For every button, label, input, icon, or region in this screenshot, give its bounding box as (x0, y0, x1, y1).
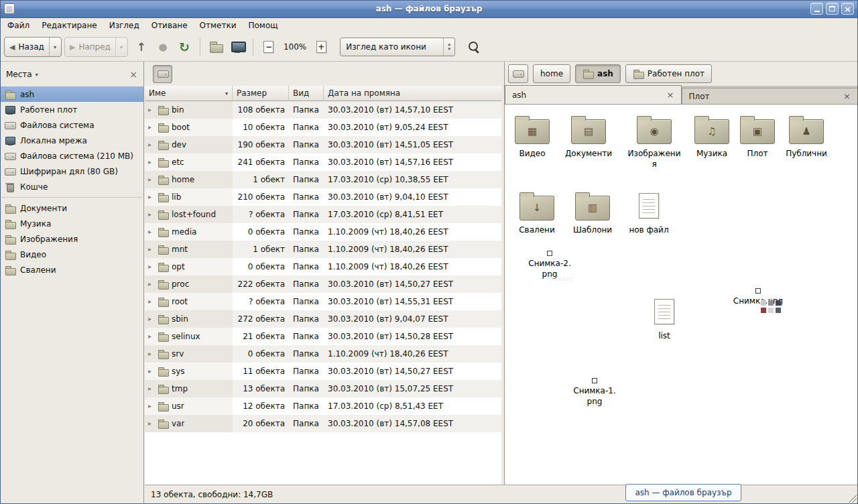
sidebar-item[interactable]: Локална мрежа (0, 133, 143, 148)
up-button[interactable]: ↑ (131, 36, 152, 58)
menu-item[interactable]: Изглед (103, 19, 145, 32)
icon-view-item[interactable]: list (634, 295, 694, 342)
expander-icon[interactable]: ▸ (148, 403, 154, 410)
file-row[interactable]: ▸ selinux 21 обекта Папка 30.03.2010 (вт… (145, 328, 501, 345)
back-button[interactable]: ◀ Назад ▾ (4, 37, 62, 57)
sidebar-item[interactable]: Файлова система (0, 117, 143, 133)
menu-item[interactable]: Отметки (194, 19, 243, 32)
sidebar-item[interactable]: Документи (0, 200, 143, 216)
expander-icon[interactable]: ▸ (148, 298, 154, 305)
file-row[interactable]: ▸ bin 108 обекта Папка 30.03.2010 (вт) 1… (145, 101, 501, 119)
tab-close-icon[interactable]: × (843, 92, 851, 101)
icon-view-item[interactable]: нов файл (619, 189, 679, 236)
file-row[interactable]: ▸ lost+found ? обекта Папка 17.03.2010 (… (145, 206, 501, 223)
file-row[interactable]: ▸ mnt 1 обект Папка 1.10.2009 (чт) 18,40… (145, 241, 501, 258)
file-row[interactable]: ▸ etc 241 обекта Папка 30.03.2010 (вт) 1… (145, 153, 501, 171)
path-button[interactable]: Работен плот (625, 64, 712, 83)
file-row[interactable]: ▸ tmp 13 обекта Папка 30.03.2010 (вт) 15… (145, 380, 501, 397)
sidebar-item[interactable]: Работен плот (0, 102, 143, 117)
column-header-type[interactable]: Вид (289, 86, 324, 101)
expander-icon[interactable]: ▸ (148, 385, 154, 392)
tab[interactable]: ash × (505, 85, 682, 104)
expander-icon[interactable]: ▸ (148, 211, 154, 218)
column-header-name[interactable]: Име ▾ (145, 86, 233, 101)
sidebar-item[interactable]: Музика (0, 216, 143, 231)
close-button[interactable]: × (841, 3, 854, 15)
zoom-out-button[interactable]: − (258, 36, 280, 58)
expander-icon[interactable]: ▸ (148, 229, 154, 235)
file-row[interactable]: ▸ usr 12 обекта Папка 17.03.2010 (ср) 8,… (145, 397, 501, 415)
column-header-date[interactable]: Дата на промяна (324, 86, 501, 101)
file-row[interactable]: ▸ sys 11 обекта Папка 30.03.2010 (вт) 14… (145, 363, 501, 380)
sidebar-title[interactable]: Места (6, 70, 32, 79)
icon-view-item[interactable]: GNOME Store Снимка.png (725, 288, 792, 307)
file-row[interactable]: ▸ root ? обекта Папка 30.03.2010 (вт) 14… (145, 293, 501, 310)
menu-item[interactable]: Редактиране (36, 19, 103, 32)
minimize-button[interactable] (810, 3, 823, 15)
file-row[interactable]: ▸ opt 0 обекта Папка 1.10.2009 (чт) 18,4… (145, 258, 501, 275)
expander-icon[interactable]: ▸ (148, 194, 154, 200)
sidebar-item[interactable]: ash (0, 86, 143, 102)
back-history-dropdown-icon[interactable]: ▾ (49, 38, 56, 56)
sidebar-item[interactable]: Изображения (0, 231, 143, 247)
titlebar[interactable]: ash — файлов браузър × (0, 0, 858, 18)
expander-icon[interactable]: ▸ (148, 176, 154, 183)
icon-view-item[interactable]: Снимка-1.png (561, 378, 628, 407)
expander-icon[interactable]: ▸ (148, 281, 154, 288)
view-mode-select[interactable]: Изглед като икони ▴ ▾ (340, 38, 455, 56)
expander-icon[interactable]: ▸ (148, 263, 154, 270)
file-row[interactable]: ▸ boot 10 обекта Папка 30.03.2010 (вт) 9… (145, 119, 501, 136)
menu-item[interactable]: Помощ (243, 19, 284, 32)
icon-view-item[interactable]: ♟ Публични (776, 113, 837, 160)
expander-icon[interactable]: ▸ (148, 420, 154, 427)
sidebar-close-icon[interactable]: × (129, 70, 137, 79)
file-row[interactable]: ▸ sbin 272 обекта Папка 30.03.2010 (вт) … (145, 310, 501, 328)
resize-grip[interactable] (847, 493, 857, 503)
expander-icon[interactable]: ▸ (148, 246, 154, 253)
path-button[interactable]: home (533, 64, 570, 83)
icon-view-item[interactable]: ▤ Документи (558, 113, 619, 160)
expander-icon[interactable]: ▸ (148, 107, 154, 113)
icon-view-item[interactable]: GUADEC Снимка-2.png (516, 251, 583, 279)
expander-icon[interactable]: ▸ (148, 124, 154, 131)
tab[interactable]: Плот × (682, 88, 858, 104)
computer-button[interactable] (227, 36, 248, 58)
filesystem-root-button[interactable] (153, 65, 172, 83)
file-row[interactable]: ▸ proc 222 обекта Папка 30.03.2010 (вт) … (145, 275, 501, 293)
search-button[interactable] (463, 36, 485, 58)
file-row[interactable]: ▸ dev 190 обекта Папка 30.03.2010 (вт) 1… (145, 136, 501, 153)
file-row[interactable]: ▸ srv 0 обекта Папка 1.10.2009 (чт) 18,4… (145, 345, 501, 363)
sidebar-item[interactable]: Кошче (0, 179, 143, 194)
zoom-in-button[interactable]: + (310, 36, 332, 58)
sidebar-item[interactable]: Видео (0, 247, 143, 262)
expander-icon[interactable]: ▸ (148, 368, 154, 375)
home-folder-button[interactable] (205, 36, 227, 58)
expander-icon[interactable]: ▸ (148, 141, 154, 148)
menu-item[interactable]: Отиване (145, 19, 194, 32)
file-row[interactable]: ▸ lib 210 обекта Папка 30.03.2010 (вт) 9… (145, 188, 501, 206)
icon-view-item[interactable]: ▦ Видео (505, 113, 562, 160)
file-row[interactable]: ▸ var 20 обекта Папка 30.03.2010 (вт) 14… (145, 415, 501, 432)
icon-view-item[interactable]: ▥ Шаблони (562, 189, 623, 236)
sidebar-item[interactable]: Шифриран дял (80 GB) (0, 164, 143, 179)
path-button[interactable]: ash (575, 64, 621, 83)
file-row[interactable]: ▸ home 1 обект Папка 17.03.2010 (ср) 10,… (145, 171, 501, 188)
icon-view-item[interactable]: ◉ Изображения (624, 113, 684, 170)
stop-button[interactable]: ● (152, 36, 174, 58)
sidebar-selector-icon[interactable]: ▾ (36, 72, 38, 78)
forward-button[interactable]: ▶ Напред ▾ (64, 37, 128, 57)
filesystem-button[interactable] (508, 64, 528, 83)
tab-close-icon[interactable]: × (667, 90, 674, 99)
taskbar-window-button[interactable]: ash — файлов браузър (625, 484, 741, 501)
expander-icon[interactable]: ▸ (148, 159, 154, 166)
menu-item[interactable]: Файл (1, 19, 36, 32)
file-row[interactable]: ▸ media 0 обекта Папка 1.10.2009 (чт) 18… (145, 223, 501, 241)
expander-icon[interactable]: ▸ (148, 316, 154, 322)
reload-button[interactable]: ↻ (174, 36, 195, 58)
expander-icon[interactable]: ▸ (148, 351, 154, 357)
expander-icon[interactable]: ▸ (148, 333, 154, 340)
sidebar-item[interactable]: Свалени (0, 262, 143, 277)
icon-view-item[interactable]: ↓ Свалени (507, 189, 567, 236)
maximize-button[interactable] (826, 3, 839, 15)
column-header-size[interactable]: Размер (233, 86, 289, 101)
